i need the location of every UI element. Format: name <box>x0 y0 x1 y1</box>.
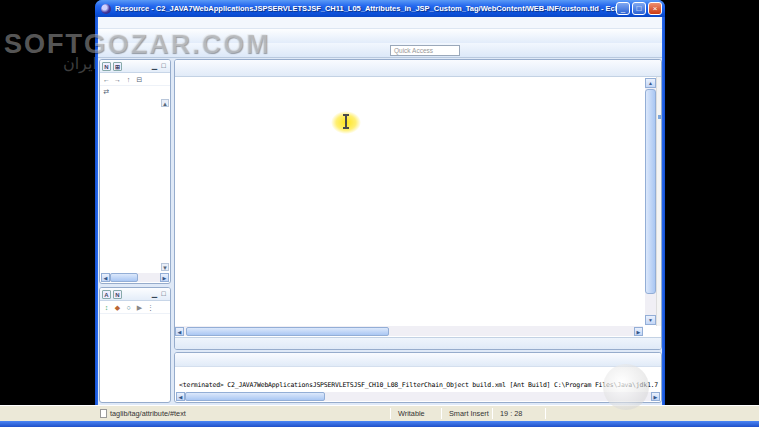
status-xpath: taglib/tag/attribute/#text <box>110 409 186 418</box>
outline-toolbar: ↕ ◆ ○ ▶ ⋮ <box>100 301 170 314</box>
tree-scroll-down[interactable]: ▼ <box>161 263 169 271</box>
scroll-right-icon[interactable]: ▶ <box>634 327 643 336</box>
scroll-right-icon[interactable]: ▶ <box>651 392 660 401</box>
eclipse-app-icon <box>101 4 111 14</box>
scrollbar-thumb[interactable] <box>110 273 138 282</box>
tree-horizontal-scrollbar[interactable]: ◀ ▶ <box>101 273 169 282</box>
scroll-right-icon[interactable]: ▶ <box>160 273 169 282</box>
menu-bar <box>98 17 662 29</box>
scroll-left-icon[interactable]: ◀ <box>175 327 184 336</box>
scroll-down-icon[interactable]: ▼ <box>645 315 656 325</box>
quick-access-input[interactable]: Quick Access <box>390 45 460 56</box>
project-explorer-toolbar-overflow: ⇄ <box>100 86 170 96</box>
scroll-left-icon[interactable]: ◀ <box>101 273 110 282</box>
screen: Resource - C2_JAVA7WebApplicationsJSPSER… <box>0 0 759 427</box>
editor-horizontal-scrollbar[interactable]: ◀ ▶ <box>175 326 643 336</box>
filter-icon[interactable]: ◆ <box>113 303 122 312</box>
scrollbar-thumb[interactable] <box>186 327 389 336</box>
editor-bottom-tabs <box>175 337 661 350</box>
back-icon[interactable]: ← <box>102 75 111 84</box>
console-view: <terminated> C2_JAVA7WebApplicationsJSPS… <box>174 352 662 403</box>
maximize-button[interactable]: □ <box>632 2 646 15</box>
hide-elements-icon[interactable]: ○ <box>124 303 133 312</box>
project-tree <box>100 98 170 272</box>
console-tab-strip <box>175 353 661 367</box>
view-menu-icon[interactable]: ⋮ <box>146 303 155 312</box>
project-explorer-header: N ⊞ ▁ □ <box>100 60 170 73</box>
console-horizontal-scrollbar[interactable]: ◀ ▶ <box>176 392 660 401</box>
text-cursor-pointer <box>345 114 347 129</box>
eclipse-window: Resource - C2_JAVA7WebApplicationsJSPSER… <box>95 0 665 407</box>
outline-view: A N ▁ □ ↕ ◆ ○ ▶ ⋮ <box>99 287 171 403</box>
overview-ruler[interactable] <box>656 77 661 326</box>
document-icon <box>100 409 107 418</box>
up-icon[interactable]: ↑ <box>124 75 133 84</box>
close-button[interactable]: × <box>648 2 662 15</box>
project-explorer-tab-icon[interactable]: N <box>102 62 111 71</box>
bottom-blue-strip <box>0 421 759 427</box>
scrollbar-thumb[interactable] <box>645 89 656 294</box>
console-output: <terminated> C2_JAVA7WebApplicationsJSPS… <box>179 381 659 391</box>
maximize-view-icon[interactable]: □ <box>159 290 168 298</box>
project-explorer-toolbar: ← → ↑ ⊟ <box>100 73 170 86</box>
run-icon[interactable]: ▶ <box>135 303 144 312</box>
outline-body <box>100 314 170 390</box>
maximize-view-icon[interactable]: □ <box>159 62 168 70</box>
status-insert-mode: Smart Insert <box>449 409 489 418</box>
main-toolbar <box>98 29 662 43</box>
toolbar-second-row: Quick Access <box>98 43 662 58</box>
editor-area: ▲ ▼ ◀ ▶ <box>174 59 662 350</box>
window-title: Resource - C2_JAVA7WebApplicationsJSPSER… <box>115 4 616 13</box>
outline-header: A N ▁ □ <box>100 288 170 301</box>
title-bar[interactable]: Resource - C2_JAVA7WebApplicationsJSPSER… <box>95 0 665 17</box>
editor-body[interactable] <box>175 77 661 326</box>
status-cursor-position: 19 : 28 <box>500 409 522 418</box>
sort-icon[interactable]: ↕ <box>102 303 111 312</box>
outline-tab-icon[interactable]: A <box>102 290 111 299</box>
project-explorer-view: N ⊞ ▁ □ ← → ↑ ⊟ ⇄ ▲ ▼ <box>99 59 171 284</box>
annotation-mark <box>658 115 661 119</box>
editor-vertical-scrollbar[interactable]: ▲ ▼ <box>645 78 656 325</box>
window-controls: _ □ × <box>616 2 662 15</box>
window-client-area: Quick Access N ⊞ ▁ □ ← → ↑ ⊟ <box>98 17 662 407</box>
outline-secondary-tab-icon[interactable]: N <box>113 290 122 299</box>
status-bar: taglib/tag/attribute/#text Writable Smar… <box>0 405 759 421</box>
collapse-all-icon[interactable]: ⊟ <box>135 75 144 84</box>
forward-icon[interactable]: → <box>113 75 122 84</box>
minimize-view-icon[interactable]: ▁ <box>150 290 159 298</box>
secondary-view-tab-icon[interactable]: ⊞ <box>113 62 122 71</box>
scroll-up-icon[interactable]: ▲ <box>645 78 656 88</box>
scroll-left-icon[interactable]: ◀ <box>176 392 185 401</box>
status-writable: Writable <box>398 409 425 418</box>
minimize-view-icon[interactable]: ▁ <box>150 62 159 70</box>
editor-tab-strip <box>175 60 661 77</box>
link-with-editor-icon[interactable]: ⇄ <box>102 87 111 96</box>
scrollbar-thumb[interactable] <box>185 392 325 401</box>
tree-scroll-up[interactable]: ▲ <box>161 99 169 107</box>
minimize-button[interactable]: _ <box>616 2 630 15</box>
